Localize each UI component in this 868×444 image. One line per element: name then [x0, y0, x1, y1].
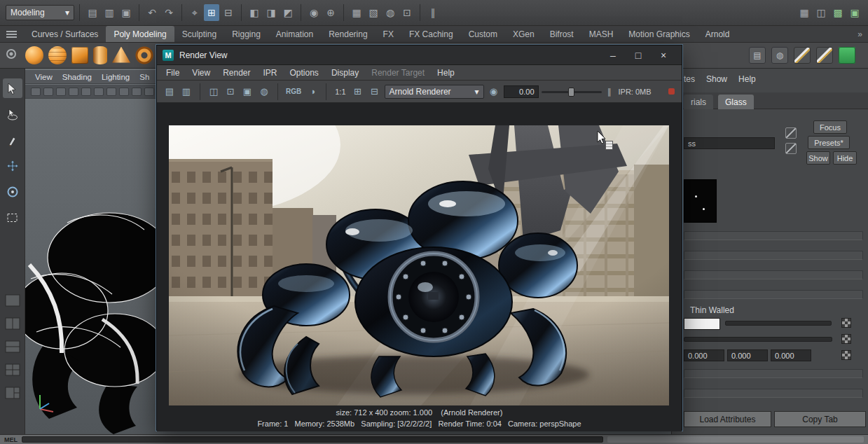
shelf-menu-icon[interactable] [6, 31, 17, 38]
render-canvas[interactable]: size: 712 x 400 zoom: 1.000 (Arnold Rend… [157, 103, 682, 431]
ae-section-divider[interactable] [684, 231, 863, 240]
shelf-icon-poly-cone[interactable] [112, 47, 130, 64]
alpha-channel-icon[interactable]: ◑ [305, 84, 319, 99]
texture-map-icon[interactable] [841, 318, 851, 328]
shelf-tab-sculpting[interactable]: Sculpting [174, 26, 224, 42]
load-attributes-button[interactable]: Load Attributes [684, 411, 771, 427]
layout-two-pane-stacked-button[interactable] [5, 340, 20, 355]
save-scene-icon[interactable]: ▣ [118, 4, 134, 21]
shelf-gear-icon[interactable] [6, 49, 16, 59]
shelf-tab-bifrost[interactable]: Bifrost [542, 26, 581, 42]
modeling-toolkit-icon[interactable]: ▦ [797, 4, 812, 21]
ae-section-divider[interactable] [684, 290, 863, 299]
weight-slider[interactable] [725, 321, 832, 326]
shelf-icon-poly-torus[interactable] [135, 46, 153, 64]
ae-tab-materials[interactable]: rials [684, 95, 713, 109]
shelf-tab-overflow-icon[interactable]: » [857, 26, 862, 42]
material-swatch[interactable] [684, 179, 717, 223]
exposure-toggle-icon[interactable]: ◉ [487, 84, 501, 99]
shelf-tab-fx[interactable]: FX [376, 26, 401, 42]
mel-toggle[interactable]: MEL [4, 436, 18, 443]
rv-menu-help[interactable]: Help [431, 68, 461, 78]
texture-view-icon[interactable]: ▧ [366, 4, 381, 21]
render-settings-icon[interactable]: ▦ [349, 4, 364, 21]
presets-button[interactable]: Presets* [808, 136, 850, 149]
renderer-dropdown[interactable]: Arnold Renderer ▾ [385, 85, 484, 99]
viewport-xray-icon[interactable] [132, 88, 142, 96]
move-tool[interactable] [3, 156, 22, 176]
copy-tab-button[interactable]: Copy Tab [774, 411, 866, 427]
rv-menu-options[interactable]: Options [284, 68, 325, 78]
shelf-icon-crease-tool[interactable] [816, 47, 833, 64]
minimize-button[interactable]: – [600, 46, 626, 64]
viewport-lighting-icon[interactable] [81, 88, 91, 96]
viewport-camera-icon[interactable] [31, 88, 41, 96]
rgb-channels-icon[interactable]: RGB [284, 88, 303, 95]
ae-section-divider[interactable] [684, 369, 863, 378]
paint-effects-icon[interactable]: ⊡ [399, 4, 415, 21]
ae-section-divider[interactable] [684, 389, 863, 398]
shelf-tab-rigging[interactable]: Rigging [224, 26, 268, 42]
select-tool[interactable] [3, 78, 22, 98]
ae-menu-help[interactable]: Help [738, 74, 756, 84]
ae-tab-glass[interactable]: Glass [718, 95, 754, 109]
viewport-gate-icon[interactable] [56, 88, 66, 96]
viewport-menu-view[interactable]: View [35, 73, 53, 81]
scale-tool[interactable] [3, 208, 22, 228]
command-input[interactable] [22, 436, 603, 443]
rv-menu-ipr[interactable]: IPR [257, 68, 284, 78]
shelf-icon-quad-draw[interactable] [794, 47, 811, 64]
weight-value-field[interactable] [684, 318, 720, 330]
hide-button[interactable]: Hide [833, 151, 857, 165]
shelf-icon-lattice[interactable]: ▤ [749, 47, 766, 64]
shelf-tab-rendering[interactable]: Rendering [321, 26, 375, 42]
one-to-one-zoom-icon[interactable]: 1:1 [333, 88, 347, 96]
layout-single-pane-button[interactable] [5, 294, 20, 309]
shelf-icon-target-weld[interactable] [839, 47, 855, 64]
new-scene-icon[interactable]: ▤ [85, 4, 100, 21]
rv-menu-view[interactable]: View [186, 68, 216, 78]
ipr-render-icon[interactable]: ◍ [257, 84, 271, 99]
shelf-tab-animation[interactable]: Animation [268, 26, 321, 42]
layout-two-pane-side-button[interactable] [5, 317, 20, 332]
shelf-icon-poly-sphere-uv[interactable] [48, 46, 67, 64]
ae-menu-show[interactable]: Show [706, 74, 727, 84]
construction-history-icon[interactable]: ◩ [280, 4, 296, 21]
viewport-menu-lighting[interactable]: Lighting [102, 73, 130, 81]
texture-map-icon[interactable] [841, 350, 851, 360]
layout-four-pane-button[interactable] [5, 363, 20, 378]
transmission-slider[interactable] [684, 337, 832, 342]
slider-handle[interactable] [568, 88, 574, 97]
pause-viewport-icon[interactable]: ∥ [425, 4, 441, 21]
viewport-aa-icon[interactable] [119, 88, 129, 96]
zoom-region-icon[interactable]: ⊟ [368, 84, 382, 99]
ae-pin-icon[interactable] [785, 127, 797, 139]
texture-map-icon[interactable] [841, 334, 851, 344]
channel-box-icon[interactable]: ▣ [847, 4, 862, 21]
viewport-menu-shading[interactable]: Shading [62, 73, 92, 81]
viewport-ao-icon[interactable] [106, 88, 116, 96]
make-live-icon[interactable]: ◨ [263, 4, 279, 21]
rv-menu-render[interactable]: Render [216, 68, 256, 78]
show-button[interactable]: Show [806, 151, 830, 165]
render-region-icon[interactable]: ⊡ [223, 84, 237, 99]
shelf-tab-custom[interactable]: Custom [461, 26, 505, 42]
snap-to-plane-icon[interactable]: ◧ [247, 4, 262, 21]
layout-three-pane-button[interactable] [5, 387, 20, 401]
open-scene-icon[interactable]: ▥ [102, 4, 117, 21]
undo-icon[interactable]: ↶ [144, 4, 160, 21]
shelf-icon-poly-cube[interactable] [71, 47, 88, 64]
snap-to-point-icon[interactable]: ⊟ [221, 4, 236, 21]
zoom-fit-icon[interactable]: ⊞ [351, 84, 365, 99]
ipr-render-icon[interactable]: ⊕ [323, 4, 338, 21]
shelf-tab-poly-modeling[interactable]: Poly Modeling [106, 26, 174, 42]
snap-to-curve-icon[interactable]: ⊞ [204, 4, 219, 21]
tool-settings-icon[interactable]: ▩ [830, 4, 846, 21]
rv-menu-display[interactable]: Display [325, 68, 365, 78]
shelf-tab-mash[interactable]: MASH [581, 26, 621, 42]
shelf-icon-poly-sphere[interactable] [25, 46, 43, 64]
color-r-field[interactable]: 0.000 [684, 349, 724, 361]
redo-icon[interactable]: ↷ [161, 4, 177, 21]
maximize-button[interactable]: □ [626, 46, 651, 64]
focus-button[interactable]: Focus [813, 120, 847, 134]
